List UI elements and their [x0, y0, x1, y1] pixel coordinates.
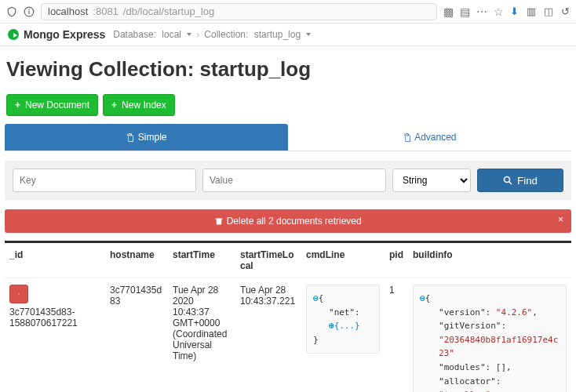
- sidebar-icon[interactable]: ◫: [544, 5, 553, 17]
- app-name: Mongo Express: [24, 28, 105, 41]
- trash-icon: [18, 289, 20, 299]
- chevron-down-icon: [187, 33, 191, 36]
- plus-icon: [111, 100, 117, 111]
- find-button[interactable]: Find: [477, 169, 563, 192]
- collapse-icon[interactable]: ⊖: [313, 293, 319, 303]
- delete-row-button[interactable]: [9, 285, 28, 303]
- cell-cmdLine-json[interactable]: ⊖{ "net": ⊕{...} }: [306, 285, 380, 354]
- col-cmdLine: cmdLine: [301, 243, 385, 278]
- tag-icon: 🏷: [125, 132, 136, 142]
- expand-icon[interactable]: ⊕: [329, 321, 334, 331]
- cell-id: 3c7701435d83-1588070617221: [9, 307, 100, 328]
- new-index-button[interactable]: New Index: [103, 94, 175, 116]
- close-icon[interactable]: ×: [558, 214, 563, 225]
- table-row[interactable]: 3c7701435d83-1588070617221 3c7701435d83 …: [5, 278, 571, 392]
- chevron-down-icon: [306, 33, 311, 36]
- tab-simple[interactable]: 🏷 Simple: [5, 124, 288, 151]
- cell-startTimeLocal: Tue Apr 28 10:43:37.221: [235, 278, 301, 392]
- col-hostname: hostname: [105, 243, 168, 278]
- bookmark-icon[interactable]: ☆: [494, 5, 504, 18]
- tags-icon: 🏷: [402, 132, 413, 142]
- chevron-right-icon: ›: [195, 29, 201, 40]
- cell-pid: 1: [385, 278, 408, 392]
- reader-icon[interactable]: ▤: [460, 5, 470, 18]
- search-icon: [503, 176, 512, 185]
- cell-startTime: Tue Apr 28 2020 10:43:37 GMT+0000 (Coord…: [168, 278, 235, 392]
- download-icon[interactable]: ⬇: [510, 5, 519, 17]
- col-pid: pid: [385, 243, 408, 278]
- shield-icon: [6, 6, 17, 17]
- filter-tabs: 🏷 Simple 🏷 Advanced: [5, 124, 571, 151]
- plus-icon: [15, 100, 20, 111]
- breadcrumb-collection[interactable]: Collection: startup_log: [204, 29, 311, 40]
- address-input[interactable]: localhost:8081/db/local/startup_log: [41, 3, 437, 20]
- cell-hostname: 3c7701435d83: [105, 278, 168, 392]
- col-startTimeLocal: startTimeLocal: [235, 243, 301, 278]
- documents-table: _id hostname startTime startTimeLocal cm…: [5, 241, 571, 392]
- collapse-icon[interactable]: ⊖: [420, 293, 425, 303]
- tab-advanced[interactable]: 🏷 Advanced: [288, 124, 571, 151]
- mongo-icon: [8, 29, 19, 40]
- svg-point-3: [505, 177, 510, 183]
- filter-bar: String Find: [5, 161, 571, 200]
- sync-icon[interactable]: ↺: [561, 5, 570, 17]
- filter-value-input[interactable]: [202, 169, 386, 192]
- col-startTime: startTime: [168, 243, 235, 278]
- app-header: Mongo Express Database: local › Collecti…: [0, 24, 576, 46]
- url-host: localhost: [48, 5, 88, 17]
- filter-key-input[interactable]: [13, 169, 196, 192]
- filter-type-select[interactable]: String: [392, 169, 471, 192]
- app-logo[interactable]: Mongo Express: [8, 28, 105, 41]
- delete-all-bar[interactable]: Delete all 2 documents retrieved ×: [5, 209, 571, 233]
- trash-icon: [214, 216, 224, 226]
- page-title: Viewing Collection: startup_log: [0, 46, 576, 94]
- breadcrumb: Database: local › Collection: startup_lo…: [113, 29, 311, 40]
- qr-icon[interactable]: ▩: [443, 5, 454, 18]
- breadcrumb-db[interactable]: Database: local: [113, 29, 191, 40]
- browser-urlbar: localhost:8081/db/local/startup_log ▩ ▤ …: [0, 0, 576, 24]
- svg-line-4: [509, 182, 512, 185]
- library-icon[interactable]: ▥: [527, 5, 536, 17]
- col-id: _id: [5, 243, 105, 278]
- more-icon[interactable]: ⋯: [476, 5, 487, 18]
- cell-buildinfo-json[interactable]: ⊖{ "version": 4.2.6, "gitVersion": 20364…: [413, 285, 567, 392]
- info-icon[interactable]: [24, 6, 35, 17]
- table-header: _id hostname startTime startTimeLocal cm…: [5, 243, 571, 278]
- svg-point-2: [29, 9, 30, 9]
- new-document-button[interactable]: New Document: [6, 94, 98, 116]
- col-buildinfo: buildinfo: [408, 243, 571, 278]
